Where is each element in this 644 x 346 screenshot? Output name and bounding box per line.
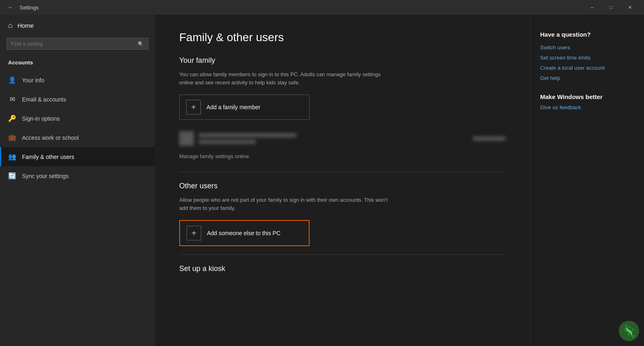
manage-family-link[interactable]: Manage family settings online bbox=[179, 153, 506, 159]
briefcase-icon: 💼 bbox=[8, 134, 16, 141]
sync-icon: 🔄 bbox=[8, 172, 16, 180]
blurred-badge bbox=[473, 137, 506, 141]
sidebar-item-email-accounts[interactable]: ✉ Email & accounts bbox=[0, 90, 155, 109]
search-icon: 🔍 bbox=[138, 41, 144, 47]
sidebar-item-your-info[interactable]: 👤 Your info bbox=[0, 71, 155, 90]
sidebar-item-family-users[interactable]: 👥 Family & other users bbox=[0, 147, 155, 166]
sidebar-label-email: Email & accounts bbox=[22, 96, 66, 103]
link-local-account[interactable]: Create a local user account bbox=[540, 65, 634, 71]
sidebar-label-access-work: Access work or school bbox=[22, 134, 79, 141]
main-content: Family & other users Your family You can… bbox=[155, 15, 530, 346]
other-users-section-title: Other users bbox=[179, 182, 506, 190]
key-icon: 🔑 bbox=[8, 115, 16, 122]
maximize-button[interactable]: □ bbox=[602, 1, 620, 14]
search-input[interactable] bbox=[11, 41, 134, 47]
kiosk-section-title: Set up a kiosk bbox=[179, 264, 506, 273]
home-label: Home bbox=[18, 22, 34, 29]
right-panel-question-title: Have a question? bbox=[540, 31, 634, 38]
family-section-title: Your family bbox=[179, 56, 506, 65]
add-someone-button[interactable]: + Add someone else to this PC bbox=[179, 220, 310, 246]
add-icon: + bbox=[186, 100, 201, 115]
sidebar-section-title: Accounts bbox=[0, 56, 155, 71]
family-section-desc: You can allow family members to sign in … bbox=[179, 71, 391, 86]
sidebar-item-access-work[interactable]: 💼 Access work or school bbox=[0, 128, 155, 147]
sidebar-label-sign-in: Sign-in options bbox=[22, 115, 60, 122]
kiosk-divider bbox=[179, 254, 506, 255]
app-body: ⌂ Home 🔍 Accounts 👤 Your info ✉ Email & … bbox=[0, 15, 644, 346]
window-controls: ─ □ ✕ bbox=[583, 1, 639, 14]
add-person-icon: + bbox=[187, 226, 201, 240]
sidebar-item-home[interactable]: ⌂ Home bbox=[0, 15, 155, 36]
sidebar-label-family: Family & other users bbox=[22, 154, 74, 160]
titlebar: ← Settings ─ □ ✕ bbox=[0, 0, 644, 15]
sidebar-item-sync-settings[interactable]: 🔄 Sync your settings bbox=[0, 166, 155, 185]
back-button[interactable]: ← bbox=[5, 2, 16, 13]
link-switch-users[interactable]: Switch users bbox=[540, 44, 634, 51]
blurred-email bbox=[199, 140, 256, 144]
sidebar-label-sync: Sync your settings bbox=[22, 173, 68, 179]
person-icon: 👤 bbox=[8, 76, 16, 84]
right-panel: Have a question? Switch users Set screen… bbox=[530, 15, 644, 346]
blurred-text-group bbox=[199, 133, 297, 144]
email-icon: ✉ bbox=[8, 95, 16, 103]
blurred-family-row bbox=[179, 128, 506, 149]
link-screen-time[interactable]: Set screen time limits bbox=[540, 55, 634, 61]
home-icon: ⌂ bbox=[8, 21, 13, 30]
search-box[interactable]: 🔍 bbox=[7, 38, 148, 50]
add-family-member-button[interactable]: + Add a family member bbox=[179, 95, 310, 120]
group-icon: 👥 bbox=[8, 153, 16, 161]
minimize-button[interactable]: ─ bbox=[583, 1, 602, 14]
make-better-title: Make Windows better bbox=[540, 93, 634, 100]
sidebar-item-sign-in[interactable]: 🔑 Sign-in options bbox=[0, 109, 155, 128]
link-get-help[interactable]: Get help bbox=[540, 75, 634, 81]
blurred-avatar bbox=[179, 131, 194, 146]
gecko-avatar: 🦎 bbox=[619, 321, 639, 341]
add-family-label: Add a family member bbox=[207, 104, 260, 110]
app-title: Settings bbox=[20, 4, 583, 11]
make-better-section: Make Windows better Give us feedback bbox=[540, 93, 634, 110]
sidebar-label-your-info: Your info bbox=[22, 77, 44, 84]
page-title: Family & other users bbox=[179, 31, 506, 44]
add-someone-label: Add someone else to this PC bbox=[207, 230, 281, 236]
sidebar: ⌂ Home 🔍 Accounts 👤 Your info ✉ Email & … bbox=[0, 15, 155, 346]
blurred-name bbox=[199, 133, 297, 137]
link-give-feedback[interactable]: Give us feedback bbox=[540, 104, 634, 110]
other-users-desc: Allow people who are not part of your fa… bbox=[179, 196, 391, 212]
section-divider bbox=[179, 172, 506, 172]
close-button[interactable]: ✕ bbox=[620, 1, 639, 14]
